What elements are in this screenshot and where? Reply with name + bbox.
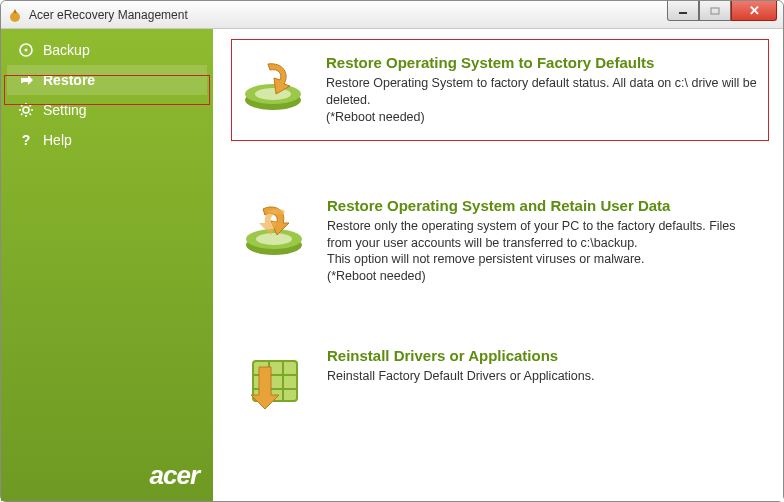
sidebar-item-label: Setting (43, 102, 87, 118)
sidebar-item-help[interactable]: ? Help (7, 125, 207, 155)
maximize-button[interactable] (699, 1, 731, 21)
svg-point-0 (10, 12, 20, 22)
reinstall-icon (239, 347, 309, 413)
titlebar: Acer eRecovery Management ✕ (1, 1, 783, 29)
window-title: Acer eRecovery Management (29, 8, 188, 22)
sidebar-item-label: Backup (43, 42, 90, 58)
option-desc: Restore only the operating system of you… (327, 218, 761, 286)
help-icon: ? (17, 131, 35, 149)
app-body: Backup Restore Setting ? (1, 29, 783, 501)
hdd-retain-icon (239, 197, 309, 263)
sidebar-item-label: Restore (43, 72, 95, 88)
option-text: Reinstall Drivers or Applications Reinst… (327, 347, 594, 385)
sidebar-item-backup[interactable]: Backup (7, 35, 207, 65)
svg-text:?: ? (22, 132, 31, 148)
svg-point-5 (23, 107, 29, 113)
option-text: Restore Operating System and Retain User… (327, 197, 761, 286)
svg-point-17 (255, 88, 291, 100)
option-reinstall-drivers[interactable]: Reinstall Drivers or Applications Reinst… (231, 331, 769, 429)
gear-icon (17, 101, 35, 119)
option-restore-retain[interactable]: Restore Operating System and Retain User… (231, 181, 769, 302)
svg-line-13 (30, 105, 32, 107)
app-window: Acer eRecovery Management ✕ Backup (0, 0, 784, 502)
app-icon (7, 7, 23, 23)
option-text: Restore Operating System to Factory Defa… (326, 54, 762, 126)
sidebar-item-label: Help (43, 132, 72, 148)
svg-line-12 (21, 114, 23, 116)
option-title: Reinstall Drivers or Applications (327, 347, 594, 364)
svg-rect-2 (711, 8, 719, 14)
option-restore-factory[interactable]: Restore Operating System to Factory Defa… (231, 39, 769, 141)
svg-point-20 (256, 233, 292, 245)
option-desc: Reinstall Factory Default Drivers or App… (327, 368, 594, 385)
sidebar-item-restore[interactable]: Restore (7, 65, 207, 95)
window-controls: ✕ (667, 1, 777, 21)
minimize-button[interactable] (667, 1, 699, 21)
sidebar-item-setting[interactable]: Setting (7, 95, 207, 125)
content-pane: Restore Operating System to Factory Defa… (213, 29, 783, 501)
brand-logo: acer (150, 460, 200, 491)
svg-line-10 (21, 105, 23, 107)
option-title: Restore Operating System and Retain User… (327, 197, 761, 214)
option-desc: Restore Operating System to factory defa… (326, 75, 762, 126)
svg-point-4 (25, 49, 28, 52)
disc-icon (17, 41, 35, 59)
option-title: Restore Operating System to Factory Defa… (326, 54, 762, 71)
restore-icon (17, 71, 35, 89)
svg-line-11 (30, 114, 32, 116)
svg-rect-1 (679, 12, 687, 14)
hdd-restore-icon (238, 54, 308, 120)
close-button[interactable]: ✕ (731, 1, 777, 21)
sidebar: Backup Restore Setting ? (1, 29, 213, 501)
